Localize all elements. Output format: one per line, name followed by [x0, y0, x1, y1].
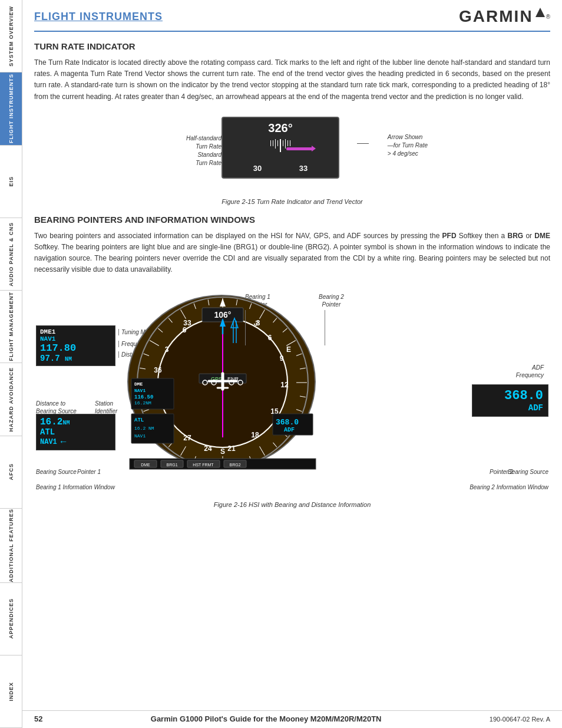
arrow-left: ← [61, 437, 67, 447]
svg-text:18: 18 [251, 431, 259, 439]
svg-text:BRG1: BRG1 [166, 463, 177, 467]
sidebar-item-system-overview[interactable]: SYSTEM OVERVIEW [0, 0, 22, 73]
bearing-body-2: Softkey then a [457, 232, 508, 240]
logo-triangle-icon [535, 8, 545, 17]
bearing-body-4: Softkey. The bearing pointers are light … [34, 243, 550, 274]
compass-num-30: 30 [253, 164, 262, 173]
sidebar-item-index[interactable]: INDEX [0, 655, 22, 728]
bearing2-connector-vert [325, 310, 325, 345]
garmin-logo: GARMIN ® [459, 7, 550, 26]
tick-3 [275, 139, 276, 149]
sidebar-item-audio-panel[interactable]: AUDIO PANEL & CNS [0, 218, 22, 291]
svg-text:16.2 NM: 16.2 NM [134, 426, 154, 431]
svg-text:BRG2: BRG2 [229, 463, 240, 467]
registered-mark: ® [546, 14, 550, 20]
bearing1-info-label: Bearing 1 Information Window [36, 484, 115, 490]
sidebar-item-additional-features[interactable]: ADDITIONAL FEATURES [0, 509, 22, 583]
bearing2-info-label: Bearing 2 Information Window [470, 484, 548, 490]
compass-num-33: 33 [299, 164, 308, 173]
trend-arrowhead [312, 146, 316, 151]
station-value: ATL [40, 427, 111, 437]
svg-rect-70 [208, 380, 237, 382]
compass-numbers: 30 33 [223, 164, 338, 173]
nav1-label: NAV1 [40, 335, 111, 342]
trend-arrow [286, 147, 313, 150]
nm2-label: NM [62, 420, 70, 426]
bearing-body: Two bearing pointers and associated info… [34, 230, 550, 276]
bearing-body-3: or [523, 232, 534, 240]
bearing-heading: BEARING POINTERS AND INFORMATION WINDOWS [34, 215, 550, 225]
turn-rate-body: The Turn Rate Indicator is located direc… [34, 57, 550, 103]
right-info-window: 368.0 ADF [472, 384, 548, 417]
svg-text:DME: DME [141, 463, 150, 467]
hsi-figure-container: DME1 NAV1 117.80 97.7 NM Tuning Mode Fre… [34, 284, 550, 508]
adf-source-label: ADF [477, 403, 543, 413]
svg-text:21: 21 [227, 444, 236, 453]
tick-1 [270, 140, 271, 146]
svg-text:106°: 106° [214, 310, 232, 319]
page-footer: 52 Garmin G1000 Pilot's Guide for the Mo… [22, 710, 562, 723]
svg-text:6: 6 [268, 334, 272, 342]
svg-text:3: 3 [256, 319, 260, 327]
svg-text:16.2NM: 16.2NM [134, 400, 151, 406]
page-title: FLIGHT INSTRUMENTS [34, 11, 163, 23]
page-header: FLIGHT INSTRUMENTS GARMIN ® [34, 0, 550, 32]
bearing-body-1: Two bearing pointers and associated info… [34, 232, 442, 240]
turn-rate-heading: TURN RATE INDICATOR [34, 41, 550, 51]
svg-rect-77 [130, 459, 316, 469]
adf-freq-value: 368.0 [477, 388, 543, 403]
svg-text:S: S [220, 447, 225, 456]
dme-nav-label: DME1 [40, 328, 111, 335]
turn-rate-figure: Half-standardTurn Rate StandardTurn Rate… [157, 111, 428, 193]
dist-bearing-source-label: Distance toBearing Source [36, 400, 77, 415]
nav1-source: NAV1 [40, 438, 57, 446]
bearing1-connector-vert [245, 310, 246, 345]
main-content: FLIGHT INSTRUMENTS GARMIN ® TURN RATE IN… [22, 0, 562, 728]
sidebar-item-appendices[interactable]: APPENDICES [0, 583, 22, 655]
svg-text:ATL: ATL [134, 417, 144, 423]
nav1-row: NAV1 ← [40, 437, 111, 447]
tick-7 [287, 140, 288, 146]
sidebar: SYSTEM OVERVIEW FLIGHT INSTRUMENTS EIS A… [0, 0, 22, 728]
nm-label: NM [65, 356, 72, 363]
page-number: 52 [34, 714, 42, 723]
footer-title: Garmin G1000 Pilot's Guide for the Moone… [151, 714, 382, 723]
sidebar-item-hazard-avoidance[interactable]: HAZARD AVOIDANCE [0, 363, 22, 436]
turn-rate-figure-container: Half-standardTurn Rate StandardTurn Rate… [34, 111, 550, 205]
turn-rate-section: TURN RATE INDICATOR The Turn Rate Indica… [34, 41, 550, 205]
svg-text:3: 3 [165, 345, 169, 354]
svg-text:36: 36 [154, 366, 162, 374]
tick-8 [290, 140, 290, 146]
sidebar-item-flight-management[interactable]: FLIGHT MANAGEMENT [0, 291, 22, 363]
svg-text:ADF: ADF [284, 427, 295, 433]
bearing-source-right-label: Bearing Source [508, 469, 548, 475]
hsi-figure: DME1 NAV1 117.80 97.7 NM Tuning Mode Fre… [36, 284, 548, 496]
svg-text:NAV1: NAV1 [134, 388, 146, 393]
tick-6 [285, 139, 286, 149]
turn-rate-display: 326° [222, 117, 339, 179]
sidebar-item-afcs[interactable]: AFCS [0, 436, 22, 509]
svg-text:E: E [286, 345, 291, 354]
bearing-pointers-section: BEARING POINTERS AND INFORMATION WINDOWS… [34, 215, 550, 508]
svg-text:24: 24 [204, 444, 212, 453]
svg-text:27: 27 [183, 434, 191, 442]
tick-2 [273, 140, 273, 146]
sidebar-item-flight-instruments[interactable]: FLIGHT INSTRUMENTS [0, 73, 22, 145]
svg-text:9: 9 [280, 354, 284, 363]
distance-value: 97.7 NM [40, 354, 111, 363]
tick-marks [223, 139, 338, 152]
doc-number: 190-00647-02 Rev. A [490, 716, 550, 723]
tick-4 [277, 140, 278, 146]
svg-text:6: 6 [183, 326, 187, 334]
bearing-source-left-label: Bearing Source [36, 469, 77, 475]
heading-value: 326° [268, 121, 292, 135]
dme-label-bold: DME [534, 232, 550, 240]
sidebar-item-eis[interactable]: EIS [0, 146, 22, 218]
brg-label: BRG [508, 232, 524, 240]
hsi-caption: Figure 2-16 HSI with Bearing and Distanc… [214, 501, 371, 508]
dist2-value: 16.2NM [40, 417, 111, 427]
pfd-label: PFD [442, 232, 457, 240]
bearing2-pointer-label: Bearing 2Pointer [319, 293, 344, 308]
svg-text:NAV1: NAV1 [134, 433, 146, 439]
turn-rate-caption: Figure 2-15 Turn Rate Indicator and Tren… [222, 198, 362, 205]
